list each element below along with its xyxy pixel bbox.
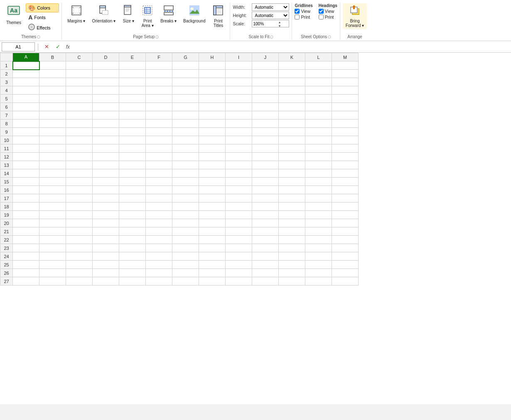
cell-H11[interactable] bbox=[199, 144, 226, 153]
cell-A20[interactable] bbox=[13, 219, 39, 227]
row-header-20[interactable]: 20 bbox=[0, 219, 13, 227]
cell-B8[interactable] bbox=[39, 120, 66, 128]
cell-M25[interactable] bbox=[332, 261, 359, 269]
cell-E6[interactable] bbox=[119, 103, 146, 111]
cell-J4[interactable] bbox=[252, 86, 279, 95]
row-header-10[interactable]: 10 bbox=[0, 136, 13, 144]
cell-C27[interactable] bbox=[66, 277, 93, 286]
cell-E27[interactable] bbox=[119, 277, 146, 286]
cell-D13[interactable] bbox=[93, 161, 119, 169]
cell-B17[interactable] bbox=[39, 194, 66, 203]
cell-J2[interactable] bbox=[252, 70, 279, 78]
cell-E20[interactable] bbox=[119, 219, 146, 227]
cell-C26[interactable] bbox=[66, 269, 93, 277]
cell-J3[interactable] bbox=[252, 78, 279, 86]
row-header-4[interactable]: 4 bbox=[0, 86, 13, 95]
cell-D14[interactable] bbox=[93, 169, 119, 178]
cell-E22[interactable] bbox=[119, 236, 146, 244]
row-header-6[interactable]: 6 bbox=[0, 103, 13, 111]
row-header-17[interactable]: 17 bbox=[0, 194, 13, 203]
cell-L8[interactable] bbox=[305, 120, 332, 128]
row-header-16[interactable]: 16 bbox=[0, 186, 13, 194]
cell-C25[interactable] bbox=[66, 261, 93, 269]
cell-M10[interactable] bbox=[332, 136, 359, 144]
cell-L21[interactable] bbox=[305, 227, 332, 236]
cell-F3[interactable] bbox=[146, 78, 172, 86]
width-select[interactable]: Automatic 1 page 2 pages bbox=[252, 3, 289, 11]
cell-F2[interactable] bbox=[146, 70, 172, 78]
cell-M11[interactable] bbox=[332, 144, 359, 153]
cell-I20[interactable] bbox=[226, 219, 252, 227]
cell-I7[interactable] bbox=[226, 111, 252, 120]
cancel-button[interactable]: ✕ bbox=[42, 43, 52, 51]
cell-A9[interactable] bbox=[13, 128, 39, 136]
cell-E24[interactable] bbox=[119, 252, 146, 261]
cell-B1[interactable] bbox=[39, 61, 66, 70]
cell-E12[interactable] bbox=[119, 153, 146, 161]
cell-J26[interactable] bbox=[252, 269, 279, 277]
cell-I3[interactable] bbox=[226, 78, 252, 86]
cell-C22[interactable] bbox=[66, 236, 93, 244]
cell-I12[interactable] bbox=[226, 153, 252, 161]
cell-J7[interactable] bbox=[252, 111, 279, 120]
cell-C17[interactable] bbox=[66, 194, 93, 203]
cell-J13[interactable] bbox=[252, 161, 279, 169]
cell-E17[interactable] bbox=[119, 194, 146, 203]
cell-K13[interactable] bbox=[279, 161, 305, 169]
print-titles-button[interactable]: PrintTitles bbox=[209, 3, 227, 29]
cell-L26[interactable] bbox=[305, 269, 332, 277]
cell-E19[interactable] bbox=[119, 211, 146, 219]
cell-K3[interactable] bbox=[279, 78, 305, 86]
cell-I6[interactable] bbox=[226, 103, 252, 111]
cell-D20[interactable] bbox=[93, 219, 119, 227]
cell-I14[interactable] bbox=[226, 169, 252, 178]
cell-F12[interactable] bbox=[146, 153, 172, 161]
cell-G19[interactable] bbox=[172, 211, 199, 219]
cell-K1[interactable] bbox=[279, 61, 305, 70]
cell-A10[interactable] bbox=[13, 136, 39, 144]
cell-M23[interactable] bbox=[332, 244, 359, 252]
cell-E2[interactable] bbox=[119, 70, 146, 78]
cell-C5[interactable] bbox=[66, 95, 93, 103]
cell-D8[interactable] bbox=[93, 120, 119, 128]
headings-view-checkbox[interactable] bbox=[319, 9, 324, 14]
background-button[interactable]: Background bbox=[180, 3, 208, 24]
cell-L16[interactable] bbox=[305, 186, 332, 194]
row-header-25[interactable]: 25 bbox=[0, 261, 13, 269]
cell-K7[interactable] bbox=[279, 111, 305, 120]
cell-A18[interactable] bbox=[13, 203, 39, 211]
cell-M9[interactable] bbox=[332, 128, 359, 136]
cell-F25[interactable] bbox=[146, 261, 172, 269]
cell-H15[interactable] bbox=[199, 178, 226, 186]
cell-G26[interactable] bbox=[172, 269, 199, 277]
cell-J17[interactable] bbox=[252, 194, 279, 203]
cell-L4[interactable] bbox=[305, 86, 332, 95]
headings-view-label[interactable]: View bbox=[319, 9, 337, 14]
cell-M6[interactable] bbox=[332, 103, 359, 111]
cell-I9[interactable] bbox=[226, 128, 252, 136]
cell-K19[interactable] bbox=[279, 211, 305, 219]
cell-E4[interactable] bbox=[119, 86, 146, 95]
cell-I23[interactable] bbox=[226, 244, 252, 252]
col-header-E[interactable]: E bbox=[119, 53, 146, 61]
cell-B19[interactable] bbox=[39, 211, 66, 219]
cell-K5[interactable] bbox=[279, 95, 305, 103]
row-header-13[interactable]: 13 bbox=[0, 161, 13, 169]
row-header-22[interactable]: 22 bbox=[0, 236, 13, 244]
height-select[interactable]: Automatic 1 page 2 pages bbox=[252, 12, 289, 19]
cell-M20[interactable] bbox=[332, 219, 359, 227]
row-header-1[interactable]: 1 bbox=[0, 61, 13, 70]
cell-K16[interactable] bbox=[279, 186, 305, 194]
name-box[interactable] bbox=[2, 42, 35, 51]
cell-A4[interactable] bbox=[13, 86, 39, 95]
cell-K9[interactable] bbox=[279, 128, 305, 136]
cell-J19[interactable] bbox=[252, 211, 279, 219]
cell-I10[interactable] bbox=[226, 136, 252, 144]
cell-J20[interactable] bbox=[252, 219, 279, 227]
row-header-9[interactable]: 9 bbox=[0, 128, 13, 136]
cell-B13[interactable] bbox=[39, 161, 66, 169]
cell-E13[interactable] bbox=[119, 161, 146, 169]
cell-B11[interactable] bbox=[39, 144, 66, 153]
headings-print-checkbox[interactable] bbox=[319, 15, 324, 20]
cell-H13[interactable] bbox=[199, 161, 226, 169]
